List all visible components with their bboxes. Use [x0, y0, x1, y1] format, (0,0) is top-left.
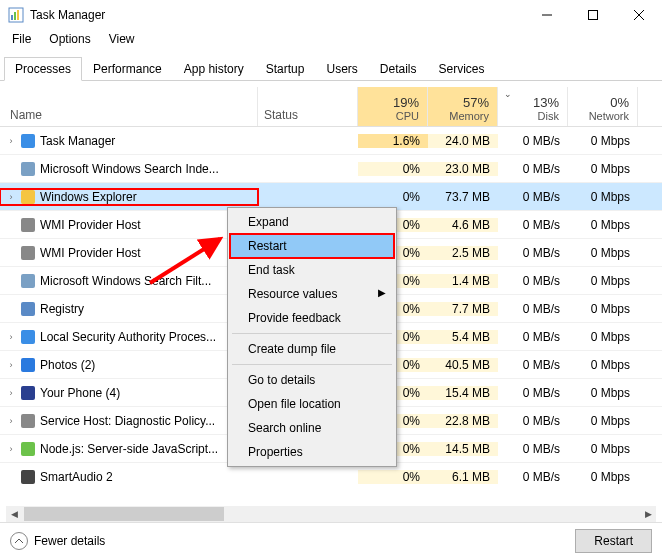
expand-chevron-icon[interactable]: ›	[6, 416, 16, 426]
menu-item-restart[interactable]: Restart	[230, 234, 394, 258]
titlebar: Task Manager	[0, 0, 662, 30]
col-memory[interactable]: 57% Memory	[428, 87, 498, 126]
expand-chevron-icon[interactable]: ›	[6, 332, 16, 342]
memory-cell: 24.0 MB	[428, 134, 498, 148]
process-name-cell[interactable]: Microsoft Windows Search Filt...	[0, 273, 258, 289]
process-name-cell[interactable]: SmartAudio 2	[0, 469, 258, 485]
disk-cell: 0 MB/s	[498, 442, 568, 456]
process-name-cell[interactable]: ›Windows Explorer	[0, 189, 258, 205]
process-name: Photos (2)	[40, 358, 95, 372]
menu-item-go-to-details[interactable]: Go to details	[230, 368, 394, 392]
svg-rect-9	[21, 162, 35, 176]
tab-services[interactable]: Services	[428, 57, 496, 81]
process-name-cell[interactable]: Microsoft Windows Search Inde...	[0, 161, 258, 177]
network-cell: 0 Mbps	[568, 246, 638, 260]
disk-cell: 0 MB/s	[498, 302, 568, 316]
memory-cell: 7.7 MB	[428, 302, 498, 316]
svg-rect-12	[21, 246, 35, 260]
tab-details[interactable]: Details	[369, 57, 428, 81]
gear-icon	[20, 413, 36, 429]
col-cpu[interactable]: 19% CPU	[358, 87, 428, 126]
menu-item-resource-values[interactable]: Resource values▶	[230, 282, 394, 306]
menu-item-properties[interactable]: Properties	[230, 440, 394, 464]
process-name: Local Security Authority Proces...	[40, 330, 216, 344]
process-name: WMI Provider Host	[40, 246, 141, 260]
menu-file[interactable]: File	[4, 30, 39, 50]
menu-options[interactable]: Options	[41, 30, 98, 50]
scroll-left-button[interactable]: ◀	[6, 506, 22, 522]
context-menu: ExpandRestartEnd taskResource values▶Pro…	[227, 207, 397, 467]
wmi-icon	[20, 245, 36, 261]
net-pct: 0%	[568, 95, 629, 110]
svg-rect-19	[21, 442, 35, 456]
memory-cell: 23.0 MB	[428, 162, 498, 176]
expand-chevron-icon[interactable]: ›	[6, 388, 16, 398]
memory-cell: 14.5 MB	[428, 442, 498, 456]
expand-chevron-icon[interactable]: ›	[6, 192, 16, 202]
fewer-details-icon[interactable]	[10, 532, 28, 550]
menu-item-provide-feedback[interactable]: Provide feedback	[230, 306, 394, 330]
shield-icon	[20, 329, 36, 345]
menu-item-search-online[interactable]: Search online	[230, 416, 394, 440]
restart-button[interactable]: Restart	[575, 529, 652, 553]
horizontal-scrollbar[interactable]: ◀ ▶	[6, 506, 656, 522]
scroll-right-button[interactable]: ▶	[640, 506, 656, 522]
audio-icon	[20, 469, 36, 485]
tab-app-history[interactable]: App history	[173, 57, 255, 81]
menu-item-expand[interactable]: Expand	[230, 210, 394, 234]
menu-item-end-task[interactable]: End task	[230, 258, 394, 282]
tab-performance[interactable]: Performance	[82, 57, 173, 81]
fewer-details-label[interactable]: Fewer details	[34, 534, 105, 548]
tab-users[interactable]: Users	[315, 57, 368, 81]
expand-chevron-icon[interactable]: ›	[6, 444, 16, 454]
scroll-thumb[interactable]	[24, 507, 224, 521]
minimize-button[interactable]	[524, 0, 570, 30]
process-name-cell[interactable]: ›Photos (2)	[0, 357, 258, 373]
process-name-cell[interactable]: Registry	[0, 301, 258, 317]
process-name: Microsoft Windows Search Inde...	[40, 162, 219, 176]
menu-item-create-dump-file[interactable]: Create dump file	[230, 337, 394, 361]
process-name-cell[interactable]: WMI Provider Host	[0, 217, 258, 233]
process-name-cell[interactable]: ›Node.js: Server-side JavaScript...	[0, 441, 258, 457]
col-status[interactable]: Status	[258, 87, 358, 126]
process-name-cell[interactable]: ›Your Phone (4)	[0, 385, 258, 401]
disk-cell: 0 MB/s	[498, 358, 568, 372]
tab-startup[interactable]: Startup	[255, 57, 316, 81]
close-button[interactable]	[616, 0, 662, 30]
network-cell: 0 Mbps	[568, 470, 638, 484]
cpu-cell: 0%	[358, 470, 428, 484]
memory-cell: 40.5 MB	[428, 358, 498, 372]
col-name[interactable]: Name	[0, 87, 258, 126]
photos-icon	[20, 357, 36, 373]
process-name: Task Manager	[40, 134, 115, 148]
menu-item-open-file-location[interactable]: Open file location	[230, 392, 394, 416]
memory-cell: 4.6 MB	[428, 218, 498, 232]
cpu-cell: 1.6%	[358, 134, 428, 148]
process-name-cell[interactable]: WMI Provider Host	[0, 245, 258, 261]
table-row[interactable]: ›Task Manager1.6%24.0 MB0 MB/s0 Mbps	[0, 127, 662, 155]
memory-cell: 1.4 MB	[428, 274, 498, 288]
svg-rect-2	[14, 12, 16, 20]
svg-rect-17	[21, 386, 35, 400]
disk-cell: 0 MB/s	[498, 386, 568, 400]
sort-chevron-icon: ⌄	[504, 89, 512, 99]
process-name-cell[interactable]: ›Local Security Authority Proces...	[0, 329, 258, 345]
process-name-cell[interactable]: ›Task Manager	[0, 133, 258, 149]
tab-processes[interactable]: Processes	[4, 57, 82, 81]
disk-cell: 0 MB/s	[498, 162, 568, 176]
process-name-cell[interactable]: ›Service Host: Diagnostic Policy...	[0, 413, 258, 429]
disk-cell: 0 MB/s	[498, 330, 568, 344]
network-cell: 0 Mbps	[568, 274, 638, 288]
expand-chevron-icon[interactable]: ›	[6, 360, 16, 370]
table-row[interactable]: Microsoft Windows Search Inde...0%23.0 M…	[0, 155, 662, 183]
expand-chevron-icon[interactable]: ›	[6, 136, 16, 146]
cpu-cell: 0%	[358, 190, 428, 204]
disk-cell: 0 MB/s	[498, 134, 568, 148]
explorer-icon	[20, 189, 36, 205]
col-disk[interactable]: ⌄ 13% Disk	[498, 87, 568, 126]
menu-view[interactable]: View	[101, 30, 143, 50]
svg-rect-15	[21, 330, 35, 344]
maximize-button[interactable]	[570, 0, 616, 30]
svg-rect-16	[21, 358, 35, 372]
col-network[interactable]: 0% Network	[568, 87, 638, 126]
